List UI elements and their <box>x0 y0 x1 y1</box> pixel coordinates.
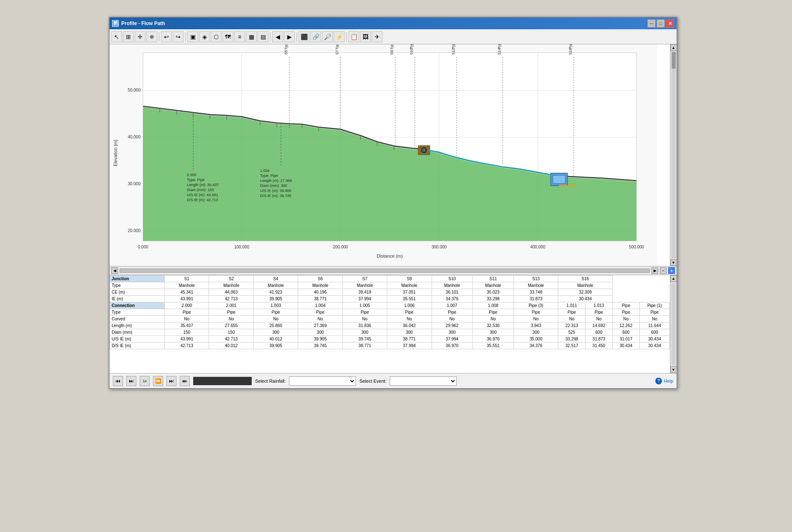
svg-text:U/S IE (m): 43.991: U/S IE (m): 43.991 <box>187 193 218 197</box>
svg-text:500.000: 500.000 <box>629 245 644 249</box>
svg-text:Type: Manhole: Type: Manhole <box>390 44 394 50</box>
app-icon: 📊 <box>112 20 119 27</box>
perspective-button[interactable]: ◈ <box>199 31 210 42</box>
svg-text:0.000: 0.000 <box>138 245 148 249</box>
progress-bar[interactable] <box>193 377 252 385</box>
scroll-down-button[interactable]: ▼ <box>670 259 677 266</box>
maximize-button[interactable]: □ <box>657 19 665 28</box>
length-label: Length (m) <box>110 322 165 329</box>
search-button[interactable]: 🔎 <box>322 31 333 42</box>
zoom-in-button[interactable]: ⊕ <box>146 31 157 42</box>
play-first-button[interactable]: ⏮ <box>113 376 123 386</box>
svg-point-27 <box>422 148 426 152</box>
play-next-button[interactable]: ⏩ <box>153 376 163 386</box>
title-bar: 📊 Profile - Flow Path ─ □ ✕ <box>110 18 677 29</box>
scroll-track-vertical[interactable] <box>672 52 676 258</box>
record-button[interactable]: ⬛ <box>299 31 309 42</box>
toolbar-separator-3 <box>270 32 271 41</box>
image-button[interactable]: 🖼 <box>360 31 371 42</box>
help-icon: ? <box>655 378 662 384</box>
svg-text:30.000: 30.000 <box>128 182 141 186</box>
svg-text:Type: Manhole: Type: Manhole <box>284 44 288 50</box>
svg-text:300.000: 300.000 <box>432 245 447 249</box>
export-button[interactable]: ✈ <box>372 31 383 42</box>
prev-button[interactable]: ◀ <box>272 31 283 42</box>
map-button[interactable]: 🗺 <box>222 31 233 42</box>
svg-text:S7: S7 <box>335 50 339 55</box>
layers-button[interactable]: ▤ <box>258 31 268 42</box>
svg-text:1.004: 1.004 <box>260 169 270 173</box>
ce-label: CE (m) <box>110 289 165 296</box>
svg-text:Distance (m): Distance (m) <box>377 253 403 258</box>
us-ie-label: U/S IE (m) <box>110 336 165 343</box>
junction-s6: S6 <box>298 276 342 282</box>
close-button[interactable]: ✕ <box>666 19 674 28</box>
svg-text:Type: Pipe: Type: Pipe <box>260 174 278 178</box>
select-event-label: Select Event: <box>359 379 386 384</box>
junction-s11: S11 <box>473 276 514 282</box>
play-last-button[interactable]: ⏭ <box>166 376 176 386</box>
next-button[interactable]: ▶ <box>284 31 295 42</box>
svg-text:200.000: 200.000 <box>333 245 348 249</box>
svg-text:Type: Manhole: Type: Manhole <box>451 44 455 49</box>
toolbar-separator-2 <box>185 32 186 41</box>
play-prev-button[interactable]: ⏭ <box>126 376 136 386</box>
copy-button[interactable]: 📋 <box>348 31 359 42</box>
bottom-bar: ⏮ ⏭ 1x ⏩ ⏭ ⏭ Select Rainfall: Select Eve… <box>110 373 677 388</box>
svg-text:Length (m): 35.437: Length (m): 35.437 <box>187 183 219 187</box>
connection-header: Connection <box>110 302 165 309</box>
svg-text:2.000: 2.000 <box>187 173 197 177</box>
play-record-button[interactable]: ⏭ <box>180 376 190 386</box>
svg-text:Diam (mm): 150: Diam (mm): 150 <box>187 188 214 192</box>
3d-view-button[interactable]: ▣ <box>187 31 198 42</box>
zoom-extents-button[interactable]: ⊞ <box>123 31 134 42</box>
svg-text:50.000: 50.000 <box>128 88 141 92</box>
table-scroll-down-button[interactable]: ▼ <box>670 366 677 373</box>
zoom-minus-button[interactable]: − <box>660 267 667 274</box>
link-button[interactable]: 🔗 <box>310 31 321 42</box>
svg-text:U/S IE (m): 39.905: U/S IE (m): 39.905 <box>260 189 291 193</box>
grid-button[interactable]: ≡ <box>234 31 245 42</box>
window-title: Profile - Flow Path <box>121 20 165 26</box>
redo-button[interactable]: ↪ <box>173 31 184 42</box>
undo-button[interactable]: ↩ <box>161 31 172 42</box>
svg-text:D/S IE (m): 39.745: D/S IE (m): 39.745 <box>260 194 291 198</box>
conn-type-label: Type <box>110 309 165 316</box>
select-rainfall-dropdown[interactable] <box>289 376 356 386</box>
pan-button[interactable]: ✛ <box>135 31 146 42</box>
zoom-plus-button[interactable]: + <box>668 267 675 274</box>
scroll-left-button[interactable]: ◀ <box>111 267 118 274</box>
isometric-button[interactable]: ⬡ <box>211 31 222 42</box>
minimize-button[interactable]: ─ <box>647 19 656 28</box>
lightning-button[interactable]: ⚡ <box>334 31 345 42</box>
junction-header-cell: Junction <box>110 276 165 282</box>
svg-text:Type: Manhole: Type: Manhole <box>409 44 414 49</box>
scroll-up-button[interactable]: ▲ <box>670 44 677 51</box>
svg-text:Diam (mm): 300: Diam (mm): 300 <box>260 184 287 188</box>
svg-text:Type: Pipe: Type: Pipe <box>187 178 205 182</box>
help-button[interactable]: ? Help <box>655 378 673 384</box>
toolbar-separator-4 <box>296 32 297 41</box>
horizontal-scrollbar[interactable] <box>120 269 650 273</box>
scroll-right-button[interactable]: ▶ <box>651 267 658 274</box>
ie-label: IE (m) <box>110 296 165 302</box>
svg-text:S9: S9 <box>390 50 394 55</box>
junction-s13: S13 <box>514 276 558 282</box>
table-scroll-up-button[interactable]: ▲ <box>670 275 677 282</box>
svg-text:40.000: 40.000 <box>128 135 141 139</box>
select-tool-button[interactable]: ↖ <box>111 31 122 42</box>
toolbar: ↖ ⊞ ✛ ⊕ ↩ ↪ ▣ ◈ ⬡ 🗺 ≡ ▦ ▤ ◀ ▶ ⬛ 🔗 🔎 ⚡ 📋 … <box>110 29 677 44</box>
chart-area: Elevation [m] 50.000 40.000 30.000 20.00… <box>110 44 670 266</box>
junction-s7: S7 <box>342 276 387 282</box>
select-event-dropdown[interactable] <box>390 376 457 386</box>
junction-s1: S1 <box>164 276 209 282</box>
svg-text:Type: Manhole: Type: Manhole <box>497 44 501 49</box>
ds-ie-label: D/S IE (m) <box>110 343 165 349</box>
table-button[interactable]: ▦ <box>246 31 257 42</box>
svg-text:20.000: 20.000 <box>128 228 141 233</box>
junction-s4: S4 <box>253 276 298 282</box>
curved-label: Curved <box>110 316 165 322</box>
play-speed-button[interactable]: 1x <box>140 376 150 386</box>
svg-text:Elevation [m]: Elevation [m] <box>113 140 118 166</box>
junction-s2: S2 <box>209 276 253 282</box>
